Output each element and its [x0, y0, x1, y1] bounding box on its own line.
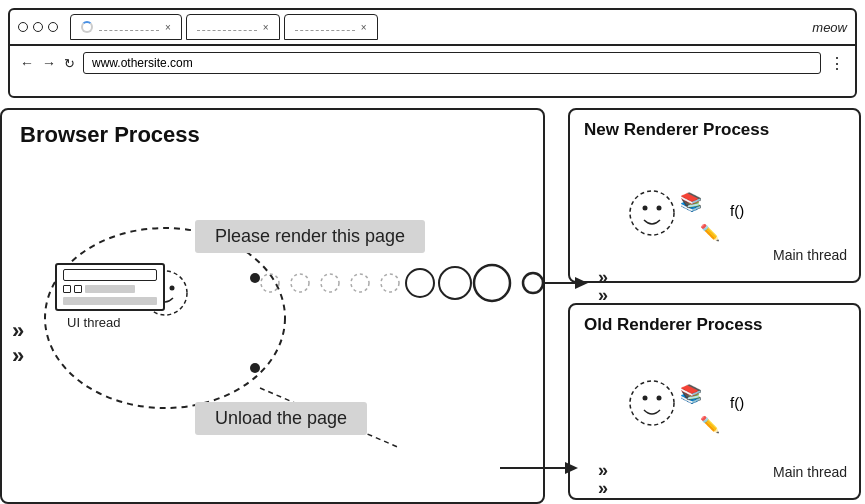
ui-thread-box	[55, 263, 165, 311]
traffic-light-red	[18, 22, 28, 32]
refresh-button[interactable]: ↻	[64, 56, 75, 71]
please-render-label: Please render this page	[195, 220, 425, 253]
meow-label: meow	[812, 20, 847, 35]
forward-button[interactable]: →	[42, 55, 56, 71]
tab-3[interactable]: ×	[284, 14, 378, 40]
browser-process-label: Browser Process	[20, 122, 200, 148]
traffic-lights	[18, 22, 58, 32]
menu-button[interactable]: ⋮	[829, 54, 845, 73]
new-renderer-label: New Renderer Process	[584, 120, 769, 140]
old-renderer-label: Old Renderer Process	[584, 315, 763, 335]
ui-thread-box-inner	[63, 269, 157, 281]
tab-close-2[interactable]: ×	[263, 22, 269, 33]
address-bar: ← → ↻ ⋮	[10, 46, 855, 80]
loading-spinner	[81, 21, 93, 33]
ui-thread-label: UI thread	[67, 315, 120, 330]
diagram: » » » » » » 📚 ✏️ f() 📚 ✏️ f() Browser	[0, 108, 865, 504]
tab-close-3[interactable]: ×	[361, 22, 367, 33]
browser-chrome: × × × meow ← → ↻ ⋮	[8, 8, 857, 98]
old-renderer-main-thread-label: Main thread	[773, 464, 847, 480]
back-button[interactable]: ←	[20, 55, 34, 71]
ui-btn-2	[74, 285, 82, 293]
ui-bar	[85, 285, 135, 293]
new-renderer-main-thread-label: Main thread	[773, 247, 847, 263]
traffic-light-yellow	[33, 22, 43, 32]
ui-btn-1	[63, 285, 71, 293]
tab-close-1[interactable]: ×	[165, 22, 171, 33]
tab-1[interactable]: ×	[70, 14, 182, 40]
svg-text:»: »	[598, 285, 608, 305]
tab-bar: × × × meow	[10, 10, 855, 46]
new-renderer-box: New Renderer Process Main thread	[568, 108, 861, 283]
old-renderer-box: Old Renderer Process Main thread	[568, 303, 861, 500]
address-input[interactable]	[83, 52, 821, 74]
ui-thread-bar2	[63, 297, 157, 305]
ui-thread-area: UI thread	[55, 263, 165, 311]
unload-label: Unload the page	[195, 402, 367, 435]
traffic-light-green	[48, 22, 58, 32]
tab-2[interactable]: ×	[186, 14, 280, 40]
ui-thread-box-btns	[63, 285, 135, 293]
